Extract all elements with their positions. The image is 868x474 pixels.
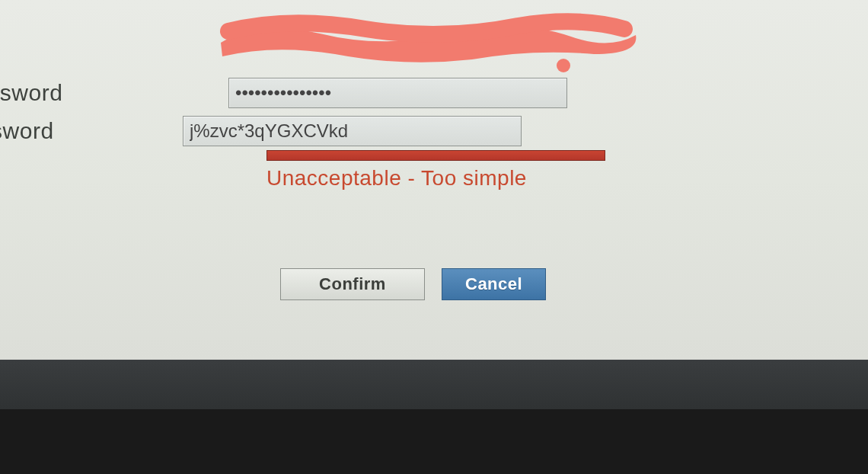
input-new-password[interactable] [183,116,522,146]
row-new-password: ew password [0,116,522,146]
screen-photo: password ew password Unacceptable - Too … [0,0,868,474]
confirm-button[interactable]: Confirm [280,268,425,300]
button-row: Confirm Cancel [280,268,546,300]
password-strength-bar [266,150,605,161]
cancel-button[interactable]: Cancel [442,268,546,300]
svg-point-0 [557,59,570,72]
monitor-bezel [0,360,868,409]
password-strength-message: Unacceptable - Too simple [266,166,527,191]
redaction-scribble [213,12,647,66]
label-new-password: ew password [0,118,183,144]
row-password: password [0,78,567,108]
dialog-panel: password ew password Unacceptable - Too … [0,0,868,360]
label-password: password [0,80,228,106]
input-password[interactable] [228,78,567,108]
